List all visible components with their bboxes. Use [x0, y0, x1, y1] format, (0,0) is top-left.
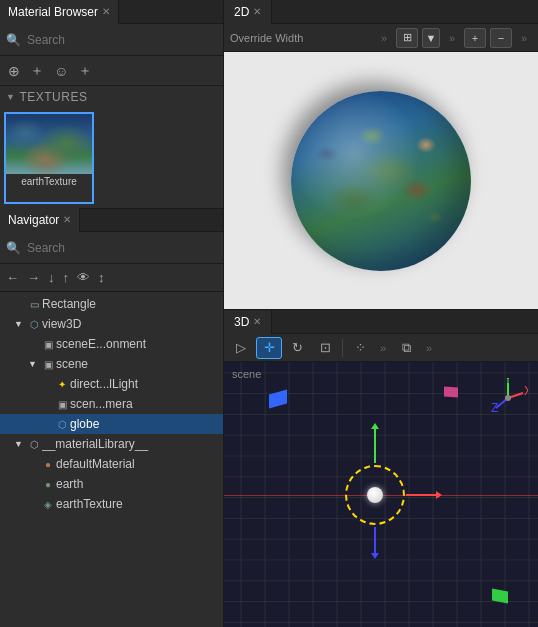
3d-object-container — [345, 465, 405, 525]
textures-arrow-icon: ▼ — [6, 92, 15, 102]
tab-3d-label: 3D — [234, 315, 249, 329]
toolbar-spacer-2: » — [444, 32, 460, 44]
cube-green — [492, 589, 508, 604]
tree-item-globe[interactable]: ⬡ globe — [0, 414, 223, 434]
tab-material-browser[interactable]: Material Browser ✕ — [0, 0, 119, 24]
tree-label-camera: scen...mera — [70, 397, 223, 411]
tab-navigator-close[interactable]: ✕ — [63, 215, 71, 225]
panel-2d-toolbar: Override Width » ⊞ ▼ » + − » — [224, 24, 538, 52]
library-icon: ⬡ — [26, 436, 42, 452]
svg-point-6 — [505, 395, 511, 401]
more-tools-btn-1[interactable]: ⁘ — [347, 337, 373, 359]
nav-sort-icon[interactable]: ↕ — [98, 270, 105, 285]
add-icon[interactable]: ＋ — [30, 62, 44, 80]
search-input-bottom[interactable] — [27, 241, 217, 255]
toolbar-spacer-3d-1: » — [375, 342, 391, 354]
tree-item-sceneenv[interactable]: ▣ sceneE...onment — [0, 334, 223, 354]
material-toolbar: ⊕ ＋ ☺ ＋ — [0, 56, 223, 86]
tree-arrow-matlib[interactable]: ▼ — [14, 439, 26, 449]
tree-item-defaultmat[interactable]: ● defaultMaterial — [0, 454, 223, 474]
scene-canvas-label: scene — [232, 368, 261, 380]
navigator-tab-bar: Navigator ✕ — [0, 208, 223, 232]
tab-3d-close[interactable]: ✕ — [253, 317, 261, 327]
move-tool-btn[interactable]: ✛ — [256, 337, 282, 359]
tab-2d-close[interactable]: ✕ — [253, 7, 261, 17]
tree-item-scene[interactable]: ▼ ▣ scene — [0, 354, 223, 374]
toolbar-spacer-3d-2: » — [421, 342, 437, 354]
rotate-tool-btn[interactable]: ↻ — [284, 337, 310, 359]
tree-label-earth: earth — [56, 477, 223, 491]
tab-material-browser-label: Material Browser — [8, 5, 98, 19]
select-tool-btn[interactable]: ▷ — [228, 337, 254, 359]
tree-item-camera[interactable]: ▣ scen...mera — [0, 394, 223, 414]
add-circle-icon[interactable]: ⊕ — [8, 63, 20, 79]
tree-label-view3d: view3D — [42, 317, 223, 331]
face-icon[interactable]: ☺ — [54, 63, 68, 79]
tree-item-matlib[interactable]: ▼ ⬡ __materialLibrary__ — [0, 434, 223, 454]
tree-label-matlib: __materialLibrary__ — [42, 437, 223, 451]
tree-item-earth[interactable]: ● earth — [0, 474, 223, 494]
dropdown-btn[interactable]: ▼ — [422, 28, 440, 48]
texture-icon: ◈ — [40, 496, 56, 512]
tree-label-globe: globe — [70, 417, 223, 431]
tree-arrow-scene[interactable]: ▼ — [28, 359, 40, 369]
gizmo-center — [367, 487, 383, 503]
toolbar-spacer-3: » — [516, 32, 532, 44]
tree-item-earthtex[interactable]: ◈ earthTexture — [0, 494, 223, 514]
right-panel: 2D ✕ Override Width » ⊞ ▼ » + − » 3D ✕ — [224, 0, 538, 627]
tab-navigator[interactable]: Navigator ✕ — [0, 208, 80, 232]
view-2d-canvas[interactable] — [224, 52, 538, 309]
tab-2d[interactable]: 2D ✕ — [224, 0, 272, 24]
view-3d-canvas[interactable]: scene X Y Z — [224, 362, 538, 627]
search-icon-top: 🔍 — [6, 33, 21, 47]
plus-icon[interactable]: ＋ — [78, 62, 92, 80]
tree-label-earthtex: earthTexture — [56, 497, 223, 511]
tree-view[interactable]: ▭ Rectangle ▼ ⬡ view3D ▣ sceneE...onment… — [0, 292, 223, 627]
left-panel: Material Browser ✕ 🔍 ⊕ ＋ ☺ ＋ ▼ TEXTURES … — [0, 0, 224, 627]
light-icon: ✦ — [54, 376, 70, 392]
scale-tool-btn[interactable]: ⊡ — [312, 337, 338, 359]
panel-3d: 3D ✕ ▷ ✛ ↻ ⊡ ⁘ » ⧉ » scene — [224, 310, 538, 627]
svg-text:X: X — [524, 384, 528, 398]
nav-up-icon[interactable]: ↑ — [63, 270, 70, 285]
svg-text:Z: Z — [491, 401, 498, 415]
nav-back-icon[interactable]: ← — [6, 270, 19, 285]
tab-material-browser-close[interactable]: ✕ — [102, 7, 110, 17]
arrow-x — [406, 494, 438, 496]
tree-item-rectangle[interactable]: ▭ Rectangle — [0, 294, 223, 314]
tree-label-defaultmat: defaultMaterial — [56, 457, 223, 471]
svg-text:Y: Y — [504, 378, 512, 386]
panel-2d: 2D ✕ Override Width » ⊞ ▼ » + − » — [224, 0, 538, 310]
tab-3d[interactable]: 3D ✕ — [224, 310, 272, 334]
panel-2d-tab-bar: 2D ✕ — [224, 0, 538, 24]
earth-sphere-2d — [291, 91, 471, 271]
nav-eye-icon[interactable]: 👁 — [77, 270, 90, 285]
nav-forward-icon[interactable]: → — [27, 270, 40, 285]
earth-texture-preview — [6, 114, 92, 174]
texture-thumb-earth[interactable]: earthTexture — [4, 112, 94, 204]
zoom-in-btn[interactable]: + — [464, 28, 486, 48]
gizmo-ring — [345, 465, 405, 525]
nav-down-icon[interactable]: ↓ — [48, 270, 55, 285]
navigator-toolbar: ← → ↓ ↑ 👁 ↕ — [0, 264, 223, 292]
override-width-label: Override Width — [230, 32, 303, 44]
camera-icon: ▣ — [54, 396, 70, 412]
toolbar-separator-1 — [342, 339, 343, 357]
tree-item-dirlight[interactable]: ✦ direct...lLight — [0, 374, 223, 394]
arrow-y — [374, 427, 376, 463]
texture-grid: earthTexture — [0, 108, 223, 208]
cube-pink — [444, 386, 458, 397]
tree-label-sceneenv: sceneE...onment — [56, 337, 223, 351]
zoom-out-btn[interactable]: − — [490, 28, 512, 48]
scene-env-icon: ▣ — [40, 336, 56, 352]
arrow-z — [374, 527, 376, 555]
texture-thumb-image — [6, 114, 92, 174]
grid-btn[interactable]: ⊞ — [396, 28, 418, 48]
textures-section-header: ▼ TEXTURES — [0, 86, 223, 108]
scene-icon: ▣ — [40, 356, 56, 372]
material-browser-tab-bar: Material Browser ✕ — [0, 0, 223, 24]
tree-arrow-view3d[interactable]: ▼ — [14, 319, 26, 329]
tree-item-view3d[interactable]: ▼ ⬡ view3D — [0, 314, 223, 334]
search-input-top[interactable] — [27, 33, 217, 47]
more-tools-btn-2[interactable]: ⧉ — [393, 337, 419, 359]
